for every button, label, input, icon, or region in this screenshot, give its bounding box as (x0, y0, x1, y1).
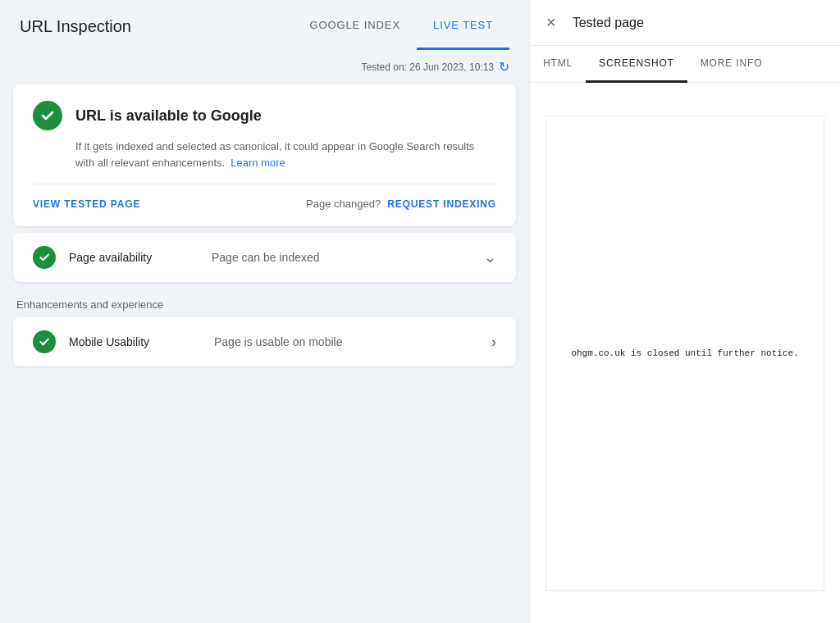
mobile-usability-card: Mobile Usability Page is usable on mobil… (13, 317, 516, 366)
page-changed-group: Page changed? REQUEST INDEXING (306, 198, 496, 210)
test-date-row: Tested on: 26 Jun 2023, 10:13 ↻ (13, 52, 516, 84)
page-availability-card: Page availability Page can be indexed ⌄ (13, 233, 516, 282)
mobile-usability-status: Page is usable on mobile (214, 335, 478, 348)
tab-google-index[interactable]: GOOGLE INDEX (293, 2, 417, 50)
page-availability-chevron-icon[interactable]: ⌄ (484, 248, 496, 266)
right-tabs: HTML SCREENSHOT MORE INFO (530, 46, 840, 83)
screenshot-content: ohgm.co.uk is closed until further notic… (546, 116, 824, 591)
status-actions: VIEW TESTED PAGE Page changed? REQUEST I… (33, 184, 496, 210)
tab-screenshot[interactable]: SCREENSHOT (586, 46, 687, 83)
refresh-icon[interactable]: ↻ (499, 59, 509, 75)
mobile-usability-check-icon (33, 330, 56, 353)
status-card: URL is available to Google If it gets in… (13, 84, 516, 226)
page-changed-label: Page changed? (306, 198, 381, 210)
mobile-usability-label: Mobile Usability (69, 335, 201, 348)
enhancements-section-label: Enhancements and experience (13, 289, 516, 317)
screenshot-area: ohgm.co.uk is closed until further notic… (530, 83, 840, 623)
page-availability-label: Page availability (69, 251, 199, 264)
request-indexing-button[interactable]: REQUEST INDEXING (387, 198, 496, 210)
tab-more-info[interactable]: MORE INFO (687, 46, 776, 83)
status-title: URL is available to Google (75, 107, 262, 125)
right-panel: × Tested page HTML SCREENSHOT MORE INFO … (529, 0, 840, 623)
right-panel-header: × Tested page (530, 0, 840, 46)
mobile-usability-chevron-icon[interactable]: › (491, 334, 496, 351)
right-panel-title: Tested page (573, 16, 827, 30)
tab-live-test[interactable]: LIVE TEST (417, 2, 509, 50)
view-tested-page-button[interactable]: VIEW TESTED PAGE (33, 198, 140, 210)
content-area: Tested on: 26 Jun 2023, 10:13 ↻ URL is a… (0, 52, 529, 623)
status-header: URL is available to Google (33, 101, 496, 130)
page-title: URL Inspection (20, 17, 293, 36)
screenshot-text: ohgm.co.uk is closed until further notic… (571, 348, 798, 358)
test-date-label: Tested on: 26 Jun 2023, 10:13 (362, 61, 494, 73)
tab-html[interactable]: HTML (530, 46, 586, 83)
tab-group: GOOGLE INDEX LIVE TEST (293, 2, 509, 50)
left-panel: URL Inspection GOOGLE INDEX LIVE TEST Te… (0, 0, 529, 623)
page-availability-status: Page can be indexed (212, 251, 471, 264)
status-description: If it gets indexed and selected as canon… (75, 139, 496, 171)
top-nav: URL Inspection GOOGLE INDEX LIVE TEST (0, 0, 529, 52)
close-button[interactable]: × (543, 10, 559, 35)
learn-more-link[interactable]: Learn more (231, 157, 285, 169)
status-success-icon (33, 101, 62, 130)
page-availability-check-icon (33, 246, 56, 269)
